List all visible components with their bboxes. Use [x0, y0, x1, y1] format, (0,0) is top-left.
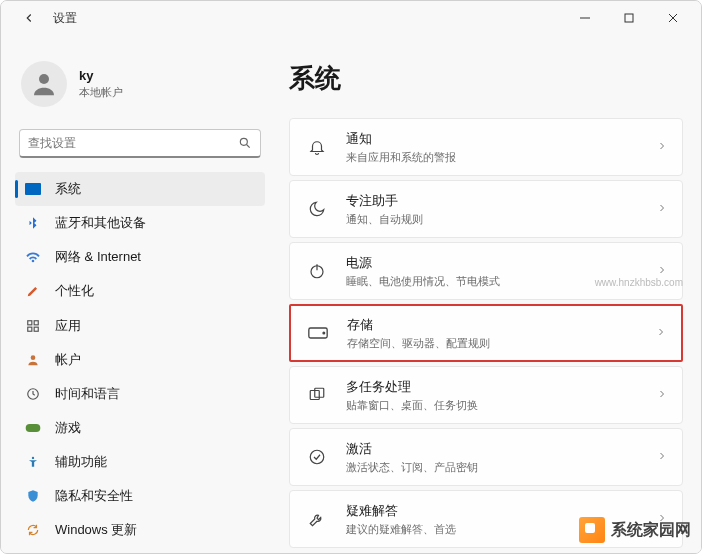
display-icon — [25, 181, 41, 197]
nav-item-system[interactable]: 系统 — [15, 172, 265, 205]
sidebar: ky 本地帐户 系统 蓝牙和其他设备 网络 & I — [1, 35, 271, 553]
main-pane: 系统 通知 来自应用和系统的警报 专注助手 通知、自动规则 — [271, 35, 701, 553]
watermark-url: www.hnzkhbsb.com — [595, 277, 683, 288]
nav-item-gaming[interactable]: 游戏 — [15, 411, 265, 444]
svg-point-1 — [39, 74, 49, 84]
nav-label: 游戏 — [55, 419, 81, 437]
person-icon — [25, 352, 41, 368]
nav-label: 应用 — [55, 317, 81, 335]
card-multitasking[interactable]: 多任务处理 贴靠窗口、桌面、任务切换 — [289, 366, 683, 424]
drive-icon — [307, 322, 329, 344]
chevron-right-icon — [656, 140, 668, 155]
search-box[interactable] — [19, 129, 261, 158]
nav-label: Windows 更新 — [55, 521, 137, 539]
svg-point-11 — [32, 457, 34, 459]
nav-label: 蓝牙和其他设备 — [55, 214, 146, 232]
bell-icon — [306, 136, 328, 158]
svg-point-8 — [31, 355, 36, 360]
moon-icon — [306, 198, 328, 220]
nav-label: 系统 — [55, 180, 81, 198]
nav-list: 系统 蓝牙和其他设备 网络 & Internet 个性化 应用 — [15, 172, 265, 547]
card-title: 专注助手 — [346, 192, 656, 210]
card-notifications[interactable]: 通知 来自应用和系统的警报 — [289, 118, 683, 176]
card-storage[interactable]: 存储 存储空间、驱动器、配置规则 — [289, 304, 683, 362]
chevron-right-icon — [655, 326, 667, 341]
nav-label: 辅助功能 — [55, 453, 107, 471]
chevron-right-icon — [656, 450, 668, 465]
titlebar: 设置 — [1, 1, 701, 35]
svg-rect-6 — [28, 327, 32, 331]
svg-rect-4 — [28, 320, 32, 324]
svg-rect-7 — [34, 327, 38, 331]
bluetooth-icon — [25, 215, 41, 231]
window-title: 设置 — [53, 10, 77, 27]
card-title: 电源 — [346, 254, 656, 272]
multitask-icon — [306, 384, 328, 406]
svg-rect-3 — [25, 183, 41, 195]
card-focus-assist[interactable]: 专注助手 通知、自动规则 — [289, 180, 683, 238]
close-icon — [668, 13, 678, 23]
nav-item-network[interactable]: 网络 & Internet — [15, 241, 265, 274]
card-title: 通知 — [346, 130, 656, 148]
card-title: 激活 — [346, 440, 656, 458]
card-power[interactable]: 电源 睡眠、电池使用情况、节电模式 — [289, 242, 683, 300]
nav-label: 个性化 — [55, 282, 94, 300]
brush-icon — [25, 283, 41, 299]
avatar — [21, 61, 67, 107]
card-subtitle: 来自应用和系统的警报 — [346, 150, 656, 165]
nav-label: 帐户 — [55, 351, 81, 369]
watermark-logo-icon — [579, 517, 605, 543]
avatar-icon — [29, 69, 59, 99]
card-title: 多任务处理 — [346, 378, 656, 396]
nav-label: 网络 & Internet — [55, 248, 141, 266]
card-subtitle: 存储空间、驱动器、配置规则 — [347, 336, 655, 351]
maximize-button[interactable] — [607, 4, 651, 32]
page-heading: 系统 — [289, 61, 683, 96]
card-subtitle: 激活状态、订阅、产品密钥 — [346, 460, 656, 475]
maximize-icon — [624, 13, 634, 23]
nav-item-accessibility[interactable]: 辅助功能 — [15, 446, 265, 479]
card-subtitle: 贴靠窗口、桌面、任务切换 — [346, 398, 656, 413]
nav-item-windows-update[interactable]: Windows 更新 — [15, 514, 265, 547]
svg-point-2 — [240, 139, 247, 146]
wifi-icon — [25, 249, 41, 265]
accessibility-icon — [25, 454, 41, 470]
power-icon — [306, 260, 328, 282]
svg-point-14 — [323, 332, 325, 334]
search-icon — [238, 136, 252, 150]
nav-label: 隐私和安全性 — [55, 487, 133, 505]
nav-item-bluetooth[interactable]: 蓝牙和其他设备 — [15, 207, 265, 240]
settings-window: 设置 ky 本地帐户 — [0, 0, 702, 554]
update-icon — [25, 522, 41, 538]
shield-icon — [25, 488, 41, 504]
profile-subtitle: 本地帐户 — [79, 85, 123, 100]
close-button[interactable] — [651, 4, 695, 32]
minimize-icon — [580, 13, 590, 23]
nav-label: 时间和语言 — [55, 385, 120, 403]
nav-item-privacy[interactable]: 隐私和安全性 — [15, 480, 265, 513]
game-icon — [25, 420, 41, 436]
svg-rect-0 — [625, 14, 633, 22]
card-subtitle: 通知、自动规则 — [346, 212, 656, 227]
svg-point-17 — [310, 450, 324, 464]
search-input[interactable] — [28, 136, 238, 150]
watermark: 系统家园网 — [579, 517, 691, 543]
clock-icon — [25, 386, 41, 402]
back-arrow-icon — [22, 11, 36, 25]
back-button[interactable] — [15, 4, 43, 32]
nav-item-personalization[interactable]: 个性化 — [15, 275, 265, 308]
svg-rect-5 — [34, 320, 38, 324]
card-activation[interactable]: 激活 激活状态、订阅、产品密钥 — [289, 428, 683, 486]
check-circle-icon — [306, 446, 328, 468]
nav-item-apps[interactable]: 应用 — [15, 309, 265, 342]
card-title: 存储 — [347, 316, 655, 334]
nav-item-accounts[interactable]: 帐户 — [15, 343, 265, 376]
wrench-icon — [306, 508, 328, 530]
chevron-right-icon — [656, 388, 668, 403]
watermark-text: 系统家园网 — [611, 520, 691, 541]
nav-item-time-language[interactable]: 时间和语言 — [15, 377, 265, 410]
chevron-right-icon — [656, 202, 668, 217]
profile-name: ky — [79, 68, 123, 83]
minimize-button[interactable] — [563, 4, 607, 32]
profile-block[interactable]: ky 本地帐户 — [15, 45, 265, 129]
